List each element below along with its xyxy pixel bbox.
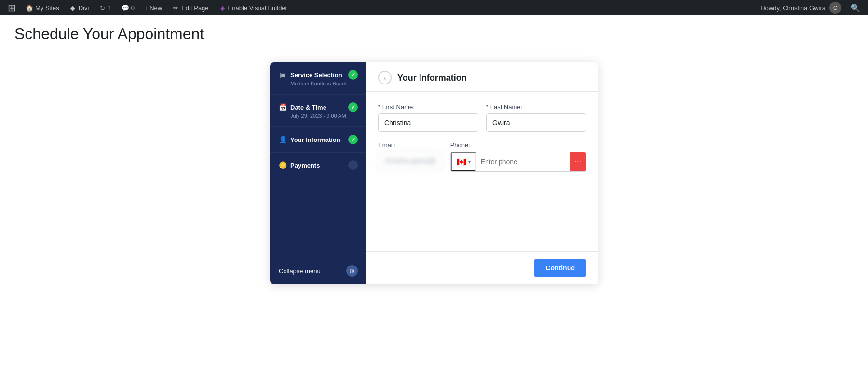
updates-icon: ↻ — [99, 4, 107, 12]
continue-button[interactable]: Continue — [534, 259, 586, 277]
first-name-label: * First Name: — [378, 103, 478, 111]
user-avatar: C — [829, 2, 841, 14]
phone-field: 🇨🇦 ▾ ··· — [450, 152, 586, 172]
collapse-button[interactable]: ⊕ — [346, 265, 358, 277]
scheduler-container: ▣ Service Selection Medium Knotless Brai… — [270, 62, 598, 284]
divi-menu[interactable]: ◆ Divi — [65, 0, 93, 15]
datetime-icon: 📅 — [279, 103, 286, 111]
collapse-label: Collapse menu — [279, 267, 321, 275]
flag-emoji: 🇨🇦 — [457, 157, 466, 167]
collapse-menu[interactable]: Collapse menu ⊕ — [270, 257, 366, 284]
name-row: * First Name: * Last Name: — [378, 103, 586, 132]
panel-header: ‹ Your Information — [366, 62, 598, 92]
my-sites-menu[interactable]: 🏠 My Sites — [22, 0, 63, 15]
admin-bar: ⊞ 🏠 My Sites ◆ Divi ↻ 1 💬 0 + New ✏ Edit… — [0, 0, 868, 15]
info-icon: 👤 — [279, 136, 286, 143]
payments-icon: 🪙 — [279, 161, 286, 169]
greeting-text: Howdy, Christina Gwira — [760, 4, 826, 12]
service-check-icon — [348, 70, 358, 80]
edit-page-menu[interactable]: ✏ Edit Page — [168, 0, 212, 15]
wordpress-icon: ⊞ — [8, 2, 16, 14]
search-icon[interactable]: 🔍 — [847, 3, 864, 13]
info-check-icon — [348, 135, 358, 144]
last-name-input[interactable] — [486, 113, 586, 132]
service-subtitle: Medium Knotless Braids — [279, 81, 358, 86]
edit-page-label: Edit Page — [181, 4, 208, 12]
email-input[interactable] — [378, 152, 443, 170]
payments-pending-icon — [348, 160, 358, 170]
service-title: Service Selection — [290, 71, 342, 79]
divi-builder-icon: ◈ — [218, 4, 226, 12]
service-icon: ▣ — [279, 71, 286, 79]
back-icon: ‹ — [384, 74, 386, 82]
sites-icon: 🏠 — [26, 4, 33, 12]
phone-input[interactable] — [476, 153, 570, 170]
updates-count: 1 — [108, 4, 112, 12]
email-group: Email: — [378, 141, 443, 172]
first-name-group: * First Name: — [378, 103, 478, 132]
last-name-group: * Last Name: — [486, 103, 586, 132]
main-content: Schedule Your Appointment ▣ Service Sele… — [0, 15, 868, 378]
wp-logo[interactable]: ⊞ — [4, 0, 20, 15]
phone-options-button[interactable]: ··· — [570, 152, 586, 171]
scheduler-sidebar: ▣ Service Selection Medium Knotless Brai… — [270, 62, 366, 284]
enable-builder-label: Enable Visual Builder — [228, 4, 287, 12]
step-payments[interactable]: 🪙 Payments — [270, 153, 366, 178]
user-greeting[interactable]: Howdy, Christina Gwira C — [757, 0, 845, 15]
step-date-time[interactable]: 📅 Date & Time July 29, 2023 - 9:00 AM — [270, 95, 366, 127]
divi-icon: ◆ — [69, 4, 77, 12]
last-name-label: * Last Name: — [486, 103, 586, 111]
contact-row: Email: Phone: 🇨🇦 ▾ ··· — [378, 141, 586, 172]
first-name-input[interactable] — [378, 113, 478, 132]
payments-title: Payments — [290, 162, 320, 169]
email-label: Email: — [378, 141, 443, 149]
new-item-label: + New — [144, 4, 162, 12]
phone-flag-button[interactable]: 🇨🇦 ▾ — [451, 152, 476, 171]
datetime-title: Date & Time — [290, 104, 326, 111]
edit-icon: ✏ — [172, 4, 179, 12]
my-sites-label: My Sites — [35, 4, 59, 12]
options-icon: ··· — [575, 157, 581, 166]
info-title: Your Information — [290, 136, 340, 143]
new-item-menu[interactable]: + New — [140, 0, 166, 15]
flag-chevron-icon: ▾ — [468, 159, 471, 165]
scheduler-main: ‹ Your Information * First Name: * Last … — [366, 62, 598, 284]
datetime-subtitle: July 29, 2023 - 9:00 AM — [279, 113, 358, 119]
comments-menu[interactable]: 💬 0 — [118, 0, 138, 15]
divi-label: Divi — [79, 4, 89, 12]
updates-menu[interactable]: ↻ 1 — [95, 0, 116, 15]
phone-label: Phone: — [450, 141, 586, 149]
panel-footer: Continue — [366, 251, 598, 284]
phone-group: Phone: 🇨🇦 ▾ ··· — [450, 141, 586, 172]
panel-body: * First Name: * Last Name: Email: — [366, 92, 598, 251]
panel-title: Your Information — [397, 73, 467, 83]
enable-visual-builder-menu[interactable]: ◈ Enable Visual Builder — [215, 0, 291, 15]
step-your-information[interactable]: 👤 Your Information — [270, 127, 366, 153]
datetime-check-icon — [348, 102, 358, 112]
comments-count: 0 — [131, 4, 135, 12]
step-service-selection[interactable]: ▣ Service Selection Medium Knotless Brai… — [270, 62, 366, 95]
back-button[interactable]: ‹ — [378, 71, 392, 84]
page-title: Schedule Your Appointment — [14, 25, 854, 43]
comments-icon: 💬 — [122, 4, 129, 12]
admin-bar-right: Howdy, Christina Gwira C 🔍 — [757, 0, 864, 15]
